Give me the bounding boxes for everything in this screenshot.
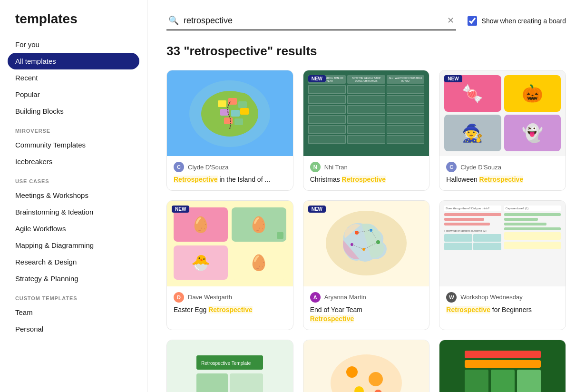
svg-rect-32 bbox=[465, 360, 541, 368]
svg-rect-6 bbox=[231, 110, 240, 117]
template-card-bottom-3[interactable]: T Tanya V. Agile Retrospective bbox=[439, 340, 566, 392]
island-svg bbox=[187, 77, 273, 150]
card-title-highlight-eoy: Retrospective bbox=[310, 315, 354, 323]
sidebar: templates For you All templates Recent P… bbox=[0, 0, 147, 392]
card-footer-christmas: N Nhi Tran Christmas Retrospective bbox=[303, 156, 429, 190]
card-title-beginners: Retrospective for Beginners bbox=[446, 305, 559, 315]
card-title-pre-christmas: Christmas bbox=[310, 176, 342, 183]
sidebar-item-meetings[interactable]: Meetings & Workshops bbox=[0, 187, 147, 204]
sidebar-item-all-templates[interactable]: All templates bbox=[8, 53, 139, 69]
card-thumbnail-halloween: NEW 🍬 🎃 🧙 👻 bbox=[439, 70, 566, 156]
card-title-island: Retrospective in the Island of ... bbox=[174, 175, 286, 185]
svg-point-25 bbox=[331, 354, 402, 392]
results-title: 33 "retrospective" results bbox=[166, 44, 566, 59]
templates-grid: C Clyde D'Souza Retrospective in the Isl… bbox=[166, 70, 566, 392]
author-name-halloween: Clyde D'Souza bbox=[460, 164, 501, 171]
island-water bbox=[167, 70, 293, 156]
svg-rect-23 bbox=[196, 373, 228, 392]
svg-text:Retrospective Template: Retrospective Template bbox=[201, 361, 251, 366]
card-footer-beginners: W Workshop Wednesday Retrospective for B… bbox=[439, 286, 566, 321]
svg-rect-2 bbox=[218, 100, 226, 107]
card-author-easter: D Dave Westgarth bbox=[174, 292, 286, 303]
card-thumbnail-christmas: NEW MOST WONDERFUL TIME OF THE YEAR NOW … bbox=[303, 70, 429, 156]
sidebar-item-personal[interactable]: Personal bbox=[0, 321, 147, 337]
author-name-island: Clyde D'Souza bbox=[188, 164, 229, 171]
author-avatar-halloween: C bbox=[446, 162, 457, 172]
card-title-pre-easter: Easter Egg bbox=[174, 306, 208, 314]
template-card-bottom-1[interactable]: Retrospective Template M Miro Team Retro… bbox=[166, 340, 293, 392]
search-bar-row: 🔍 ✕ Show when creating a board bbox=[166, 11, 566, 30]
author-avatar-christmas: N bbox=[310, 162, 321, 172]
template-card-island[interactable]: C Clyde D'Souza Retrospective in the Isl… bbox=[166, 70, 293, 191]
card-title-highlight-halloween: Retrospective bbox=[479, 176, 524, 183]
sidebar-item-recent[interactable]: Recent bbox=[0, 69, 147, 86]
svg-rect-7 bbox=[240, 108, 249, 115]
results-label: 33 "retrospective" results bbox=[166, 44, 317, 58]
hw-cell-ghost: 👻 bbox=[504, 115, 561, 151]
card-title-easter: Easter Egg Retrospective bbox=[174, 305, 286, 315]
card-author-island: C Clyde D'Souza bbox=[174, 162, 286, 172]
sidebar-item-research[interactable]: Research & Design bbox=[0, 254, 147, 270]
sidebar-item-strategy[interactable]: Strategy & Planning bbox=[0, 270, 147, 287]
sidebar-item-icebreakers[interactable]: Icebreakers bbox=[0, 153, 147, 170]
template-card-eoy[interactable]: NEW bbox=[303, 200, 430, 330]
template-card-bottom-2[interactable]: Team Retrospective S Sara K. Team Retros… bbox=[303, 340, 430, 392]
xmas-col-3: ALL I WANT FOR CHRISTMAS IS YOU bbox=[387, 75, 425, 151]
search-input[interactable] bbox=[184, 16, 442, 26]
template-card-christmas[interactable]: NEW MOST WONDERFUL TIME OF THE YEAR NOW … bbox=[303, 70, 430, 191]
card-thumbnail-eoy: NEW bbox=[303, 201, 429, 286]
new-badge-halloween: NEW bbox=[444, 75, 462, 82]
card-title-halloween: Halloween Retrospective bbox=[446, 175, 559, 185]
show-when-creating-label: Show when creating a board bbox=[482, 17, 566, 25]
miroverse-section-label: MIROVERSE bbox=[0, 119, 147, 137]
sidebar-title: templates bbox=[0, 8, 147, 36]
bottom-svg-2: Team Retrospective bbox=[323, 346, 409, 392]
sidebar-item-community-templates[interactable]: Community Templates bbox=[0, 137, 147, 153]
hw-cell-pumpkin: 🎃 bbox=[504, 75, 561, 112]
svg-rect-35 bbox=[517, 370, 541, 392]
card-footer-eoy: A Aryanna Martin End of Year Team Retros… bbox=[303, 286, 429, 330]
card-title-highlight-easter: Retrospective bbox=[208, 306, 253, 314]
template-card-halloween[interactable]: NEW 🍬 🎃 🧙 👻 C Clyde D'Souza Halloween Re… bbox=[439, 70, 566, 191]
card-title-highlight-beginners: Retrospective bbox=[446, 306, 490, 314]
author-avatar-eoy: A bbox=[310, 292, 321, 303]
sidebar-item-brainstorming[interactable]: Brainstorming & Ideation bbox=[0, 204, 147, 220]
svg-point-27 bbox=[369, 372, 383, 386]
card-footer-easter: D Dave Westgarth Easter Egg Retrospectiv… bbox=[167, 286, 293, 321]
search-clear-button[interactable]: ✕ bbox=[447, 15, 454, 26]
search-icon: 🔍 bbox=[168, 15, 179, 26]
card-footer-halloween: C Clyde D'Souza Halloween Retrospective bbox=[439, 156, 566, 190]
card-thumbnail-bottom-2: Team Retrospective bbox=[303, 340, 429, 392]
svg-rect-8 bbox=[224, 118, 233, 124]
new-badge-easter: NEW bbox=[172, 206, 189, 213]
bottom-svg-1: Retrospective Template bbox=[187, 346, 273, 392]
svg-rect-34 bbox=[491, 370, 515, 392]
svg-rect-33 bbox=[465, 370, 488, 392]
card-title-christmas: Christmas Retrospective bbox=[310, 175, 423, 185]
svg-rect-4 bbox=[238, 101, 247, 108]
sidebar-item-team[interactable]: Team bbox=[0, 304, 147, 321]
show-when-creating-row: Show when creating a board bbox=[468, 16, 566, 26]
show-when-creating-checkbox[interactable] bbox=[468, 16, 477, 26]
beginners-left-col: Does this go there? Did you think? Follo… bbox=[444, 206, 501, 282]
card-author-halloween: C Clyde D'Souza bbox=[446, 162, 559, 172]
sidebar-item-popular[interactable]: Popular bbox=[0, 86, 147, 103]
author-name-christmas: Nhi Tran bbox=[324, 164, 348, 171]
card-thumbnail-beginners: Does this go there? Did you think? Follo… bbox=[439, 201, 566, 286]
card-title-rest-beginners: for Beginners bbox=[492, 306, 532, 314]
new-badge-eoy: NEW bbox=[308, 206, 326, 213]
svg-point-26 bbox=[346, 366, 358, 378]
bottom-svg-3 bbox=[460, 346, 546, 392]
author-avatar-easter: D bbox=[174, 292, 184, 303]
xmas-col-1: MOST WONDERFUL TIME OF THE YEAR bbox=[308, 75, 346, 151]
card-title-highlight-island: Retrospective bbox=[174, 176, 218, 183]
card-author-eoy: A Aryanna Martin bbox=[310, 292, 423, 303]
sidebar-item-building-blocks[interactable]: Building Blocks bbox=[0, 103, 147, 119]
card-author-beginners: W Workshop Wednesday bbox=[446, 292, 559, 303]
template-card-easter[interactable]: NEW 🥚 🥚 🐣 🥚 D Dave Westgarth Easter Egg … bbox=[166, 200, 293, 330]
sidebar-item-for-you[interactable]: For you bbox=[0, 36, 147, 53]
sidebar-item-agile[interactable]: Agile Workflows bbox=[0, 220, 147, 237]
template-card-beginners[interactable]: Does this go there? Did you think? Follo… bbox=[439, 200, 566, 330]
sidebar-item-mapping[interactable]: Mapping & Diagramming bbox=[0, 237, 147, 254]
card-author-christmas: N Nhi Tran bbox=[310, 162, 423, 172]
